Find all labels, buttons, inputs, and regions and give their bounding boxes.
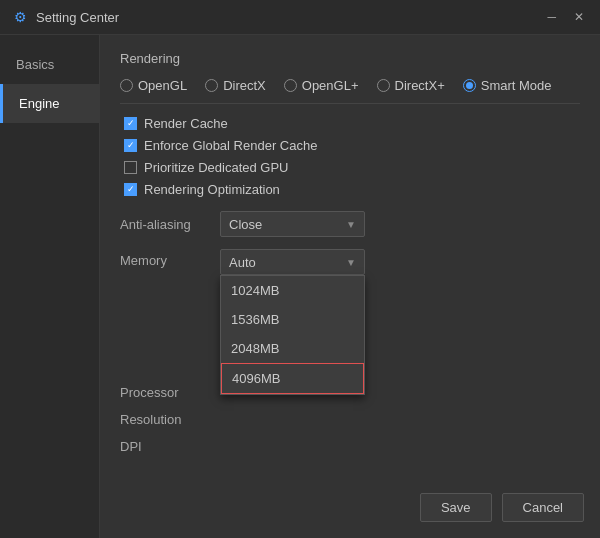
save-button[interactable]: Save bbox=[420, 493, 492, 522]
radio-directxplus-indicator bbox=[377, 79, 390, 92]
rendering-divider bbox=[120, 103, 580, 104]
close-button[interactable]: ✕ bbox=[570, 8, 588, 26]
radio-directx-indicator bbox=[205, 79, 218, 92]
checkbox-rendering-optimization-label: Rendering Optimization bbox=[144, 182, 280, 197]
radio-smartmode-label: Smart Mode bbox=[481, 78, 552, 93]
radio-directxplus[interactable]: DirectX+ bbox=[377, 78, 445, 93]
radio-directx-label: DirectX bbox=[223, 78, 266, 93]
dpi-label: DPI bbox=[120, 439, 220, 454]
minimize-button[interactable]: ─ bbox=[543, 8, 560, 26]
radio-openglplus-indicator bbox=[284, 79, 297, 92]
radio-openglplus-label: OpenGL+ bbox=[302, 78, 359, 93]
checkbox-render-cache-label: Render Cache bbox=[144, 116, 228, 131]
content-area: Rendering OpenGL DirectX OpenGL+ DirectX… bbox=[100, 35, 600, 538]
checkbox-dedicated-gpu[interactable]: Prioritize Dedicated GPU bbox=[124, 160, 580, 175]
processor-label: Processor bbox=[120, 385, 220, 400]
memory-dropdown-menu: 1024MB 1536MB 2048MB 4096MB bbox=[220, 275, 365, 395]
resolution-label: Resolution bbox=[120, 412, 220, 427]
radio-directxplus-label: DirectX+ bbox=[395, 78, 445, 93]
app-icon: ⚙ bbox=[12, 9, 28, 25]
memory-option-1024[interactable]: 1024MB bbox=[221, 276, 364, 305]
rendering-radio-group: OpenGL DirectX OpenGL+ DirectX+ Smart Mo… bbox=[120, 78, 580, 93]
checkbox-rendering-optimization-box bbox=[124, 183, 137, 196]
memory-option-2048[interactable]: 2048MB bbox=[221, 334, 364, 363]
radio-opengl[interactable]: OpenGL bbox=[120, 78, 187, 93]
checkbox-render-cache[interactable]: Render Cache bbox=[124, 116, 580, 131]
sidebar-item-engine[interactable]: Engine bbox=[0, 84, 99, 123]
radio-smartmode-indicator bbox=[463, 79, 476, 92]
checkbox-dedicated-gpu-label: Prioritize Dedicated GPU bbox=[144, 160, 289, 175]
memory-option-1536[interactable]: 1536MB bbox=[221, 305, 364, 334]
radio-smartmode[interactable]: Smart Mode bbox=[463, 78, 552, 93]
radio-openglplus[interactable]: OpenGL+ bbox=[284, 78, 359, 93]
form-row-anti-aliasing: Anti-aliasing Close ▼ bbox=[120, 211, 580, 237]
memory-dropdown-scroll[interactable]: 1024MB 1536MB 2048MB 4096MB bbox=[221, 276, 364, 394]
memory-arrow-icon: ▼ bbox=[346, 257, 356, 268]
window-controls: ─ ✕ bbox=[543, 8, 588, 26]
anti-aliasing-arrow-icon: ▼ bbox=[346, 219, 356, 230]
section-rendering-title: Rendering bbox=[120, 51, 580, 66]
form-row-memory: Memory Auto ▼ 1024MB 1536MB 2048MB 4096M… bbox=[120, 249, 580, 275]
memory-value: Auto bbox=[229, 255, 256, 270]
checkbox-global-render-cache-label: Enforce Global Render Cache bbox=[144, 138, 317, 153]
form-row-resolution: Resolution bbox=[120, 412, 580, 427]
checkbox-global-render-cache-box bbox=[124, 139, 137, 152]
checkbox-global-render-cache[interactable]: Enforce Global Render Cache bbox=[124, 138, 580, 153]
main-layout: Basics Engine Rendering OpenGL DirectX O… bbox=[0, 35, 600, 538]
anti-aliasing-select[interactable]: Close ▼ bbox=[220, 211, 365, 237]
checkbox-render-cache-box bbox=[124, 117, 137, 130]
memory-option-4096[interactable]: 4096MB bbox=[221, 363, 364, 394]
bottom-buttons: Save Cancel bbox=[420, 493, 584, 522]
sidebar-item-basics[interactable]: Basics bbox=[0, 45, 99, 84]
sidebar: Basics Engine bbox=[0, 35, 100, 538]
anti-aliasing-value: Close bbox=[229, 217, 262, 232]
radio-opengl-label: OpenGL bbox=[138, 78, 187, 93]
memory-dropdown-container: Auto ▼ 1024MB 1536MB 2048MB 4096MB bbox=[220, 249, 365, 275]
checkbox-dedicated-gpu-box bbox=[124, 161, 137, 174]
radio-opengl-indicator bbox=[120, 79, 133, 92]
anti-aliasing-label: Anti-aliasing bbox=[120, 217, 220, 232]
cancel-button[interactable]: Cancel bbox=[502, 493, 584, 522]
checkbox-rendering-optimization[interactable]: Rendering Optimization bbox=[124, 182, 580, 197]
window-title: Setting Center bbox=[36, 10, 543, 25]
memory-select[interactable]: Auto ▼ bbox=[220, 249, 365, 275]
titlebar: ⚙ Setting Center ─ ✕ bbox=[0, 0, 600, 35]
radio-directx[interactable]: DirectX bbox=[205, 78, 266, 93]
form-row-dpi: DPI bbox=[120, 439, 580, 454]
checkbox-group: Render Cache Enforce Global Render Cache… bbox=[120, 116, 580, 197]
memory-label: Memory bbox=[120, 249, 220, 268]
